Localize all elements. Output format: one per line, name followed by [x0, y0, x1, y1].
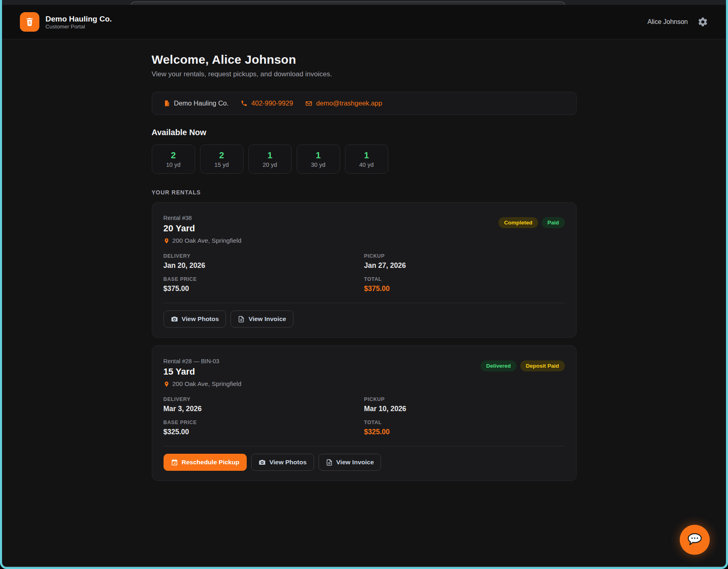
- rental-address: 200 Oak Ave, Springfield: [164, 380, 241, 388]
- availability-row: 2 10 yd 2 15 yd 1 20 yd 1 30 yd 1 40 yd: [152, 144, 577, 174]
- reschedule-pickup-button[interactable]: Reschedule Pickup: [164, 454, 247, 471]
- card-divider: [164, 303, 565, 303]
- gear-icon[interactable]: [698, 17, 708, 27]
- company-logo: [20, 12, 39, 32]
- rental-address-text: 200 Oak Ave, Springfield: [172, 237, 241, 244]
- rental-actions: View Photos View Invoice: [164, 310, 565, 328]
- availability-count: 1: [267, 150, 272, 161]
- map-pin-icon: [164, 381, 170, 388]
- view-invoice-button[interactable]: View Invoice: [319, 454, 381, 471]
- availability-count: 1: [364, 150, 369, 161]
- trash-icon: [25, 17, 34, 27]
- contact-email[interactable]: demo@trashgeek.app: [305, 99, 382, 107]
- user-name: Alice Johnson: [647, 18, 688, 26]
- base-price-label: BASE PRICE: [164, 420, 364, 425]
- view-invoice-button[interactable]: View Invoice: [230, 310, 293, 328]
- main-content: Welcome, Alice Johnson View your rentals…: [152, 53, 577, 481]
- contact-email-text: demo@trashgeek.app: [316, 99, 382, 107]
- contact-company: Demo Hauling Co.: [164, 99, 229, 107]
- rental-badges: Delivered Deposit Paid: [480, 360, 565, 371]
- pickup-date: Jan 27, 2026: [364, 261, 565, 270]
- page-title: Welcome, Alice Johnson: [152, 53, 577, 67]
- view-photos-button[interactable]: View Photos: [251, 454, 314, 471]
- camera-icon: [171, 315, 178, 323]
- view-photos-label: View Photos: [269, 459, 307, 466]
- payment-badge: Deposit Paid: [520, 360, 565, 371]
- base-price-label: BASE PRICE: [164, 276, 364, 282]
- total-label: TOTAL: [364, 276, 565, 282]
- availability-card-40yd: 1 40 yd: [345, 144, 388, 174]
- delivery-label: DELIVERY: [164, 397, 364, 402]
- pickup-field: PICKUP Jan 27, 2026: [364, 253, 565, 270]
- view-invoice-label: View Invoice: [336, 459, 374, 466]
- map-pin-icon: [164, 237, 170, 244]
- available-now-heading: Available Now: [152, 128, 577, 137]
- rental-card-28: Rental #28 — BIN-03 15 Yard 200 Oak Ave,…: [152, 345, 577, 481]
- pickup-field: PICKUP Mar 10, 2026: [364, 397, 565, 413]
- availability-card-10yd: 2 10 yd: [152, 144, 195, 174]
- card-divider: [164, 446, 565, 446]
- rental-actions: Reschedule Pickup View Photos: [164, 454, 565, 471]
- availability-size: 10 yd: [166, 162, 180, 168]
- pickup-label: PICKUP: [364, 397, 565, 402]
- total-label: TOTAL: [364, 420, 565, 425]
- pickup-label: PICKUP: [364, 253, 565, 259]
- view-photos-label: View Photos: [182, 315, 219, 323]
- base-price-value: $325.00: [164, 428, 364, 436]
- rental-address: 200 Oak Ave, Springfield: [164, 237, 241, 244]
- building-icon: [164, 100, 170, 107]
- delivery-date: Jan 20, 2026: [164, 261, 364, 270]
- status-badge: Completed: [498, 217, 538, 228]
- calendar-check-icon: [171, 459, 178, 466]
- header-right: Alice Johnson: [647, 17, 708, 27]
- rental-top-row: Rental #38 20 Yard 200 Oak Ave, Springfi…: [164, 215, 565, 244]
- base-price-field: BASE PRICE $325.00: [164, 420, 364, 436]
- rental-details: DELIVERY Jan 20, 2026 PICKUP Jan 27, 202…: [164, 253, 565, 293]
- portal-label: Customer Portal: [45, 24, 112, 30]
- camera-icon: [258, 459, 266, 466]
- rental-number: Rental #28 — BIN-03: [164, 358, 241, 364]
- invoice-icon: [238, 316, 245, 323]
- contact-bar: Demo Hauling Co. 402-990-9929 demo@trash…: [152, 92, 577, 115]
- availability-size: 20 yd: [263, 162, 277, 168]
- contact-phone-text: 402-990-9929: [251, 99, 293, 107]
- rental-info: Rental #28 — BIN-03 15 Yard 200 Oak Ave,…: [164, 358, 241, 388]
- page-subtitle: View your rentals, request pickups, and …: [152, 70, 577, 78]
- customer-portal-page: Demo Hauling Co. Customer Portal Alice J…: [0, 0, 728, 569]
- rental-address-text: 200 Oak Ave, Springfield: [172, 380, 241, 388]
- availability-size: 40 yd: [359, 162, 373, 168]
- delivery-field: DELIVERY Jan 20, 2026: [164, 253, 364, 270]
- availability-count: 1: [316, 150, 321, 161]
- browser-omnibox-remnant: [130, 1, 566, 5]
- availability-count: 2: [171, 150, 176, 161]
- browser-chrome-strip: [2, 0, 726, 5]
- contact-company-text: Demo Hauling Co.: [174, 99, 229, 107]
- chat-bubble-icon: [687, 532, 703, 547]
- delivery-label: DELIVERY: [164, 253, 364, 259]
- total-field: TOTAL $325.00: [364, 420, 565, 436]
- contact-phone[interactable]: 402-990-9929: [241, 99, 293, 107]
- availability-card-20yd: 1 20 yd: [248, 144, 292, 174]
- view-photos-button[interactable]: View Photos: [164, 310, 226, 328]
- availability-card-30yd: 1 30 yd: [297, 144, 340, 174]
- base-price-value: $375.00: [164, 284, 364, 293]
- view-invoice-label: View Invoice: [248, 315, 286, 323]
- phone-icon: [241, 100, 248, 107]
- app-header: Demo Hauling Co. Customer Portal Alice J…: [2, 5, 726, 39]
- reschedule-pickup-label: Reschedule Pickup: [182, 459, 239, 466]
- rental-size: 20 Yard: [164, 223, 241, 234]
- chat-button[interactable]: [680, 525, 710, 555]
- base-price-field: BASE PRICE $375.00: [164, 276, 364, 293]
- payment-badge: Paid: [542, 217, 565, 228]
- brand-block: Demo Hauling Co. Customer Portal: [45, 14, 112, 30]
- rental-info: Rental #38 20 Yard 200 Oak Ave, Springfi…: [164, 215, 241, 244]
- invoice-icon: [326, 459, 333, 466]
- delivery-date: Mar 3, 2026: [164, 405, 364, 413]
- pickup-date: Mar 10, 2026: [364, 405, 565, 413]
- rental-card-38: Rental #38 20 Yard 200 Oak Ave, Springfi…: [152, 202, 577, 338]
- rental-details: DELIVERY Mar 3, 2026 PICKUP Mar 10, 2026…: [164, 397, 565, 436]
- delivery-field: DELIVERY Mar 3, 2026: [164, 397, 364, 413]
- total-value: $375.00: [364, 284, 565, 293]
- envelope-icon: [305, 100, 312, 107]
- rental-number: Rental #38: [164, 215, 241, 221]
